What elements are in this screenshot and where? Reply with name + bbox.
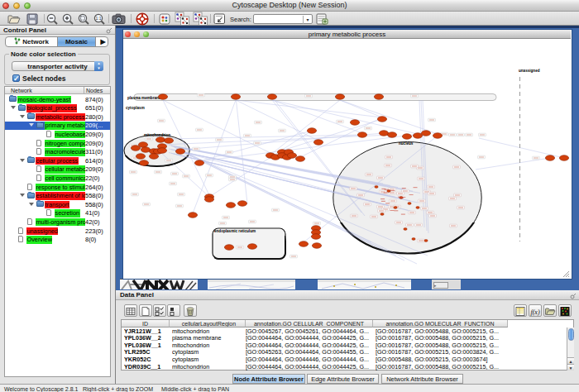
svg-text:nucleus: nucleus xyxy=(399,141,414,146)
svg-text:f(x): f(x) xyxy=(530,308,539,316)
svg-text:unassigned: unassigned xyxy=(519,69,540,73)
svg-text:cytoplasm: cytoplasm xyxy=(126,106,145,110)
svg-text:endoplasmic reticulum: endoplasmic reticulum xyxy=(214,229,256,233)
svg-text:mitochondrion: mitochondrion xyxy=(144,133,170,137)
svg-text:plasma membrane: plasma membrane xyxy=(127,96,161,100)
svg-text:1:1: 1:1 xyxy=(96,16,102,21)
